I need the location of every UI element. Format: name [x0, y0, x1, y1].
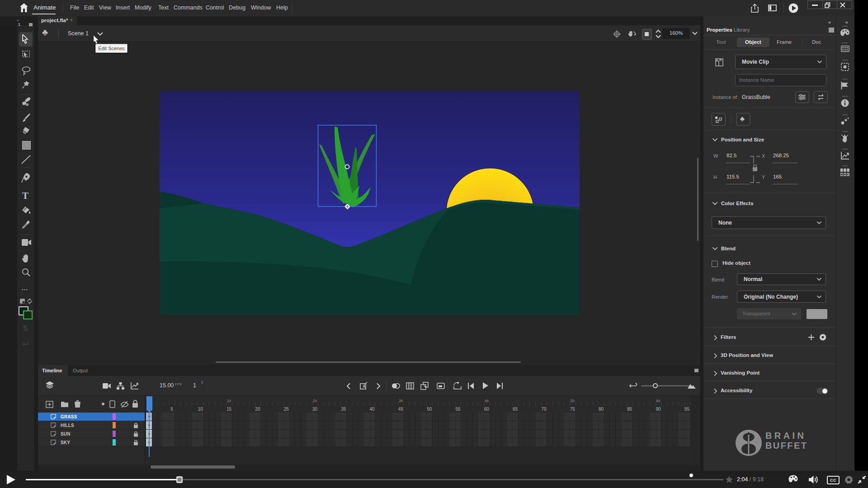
- svg-text:SCENE: SCENE: [841, 174, 849, 176]
